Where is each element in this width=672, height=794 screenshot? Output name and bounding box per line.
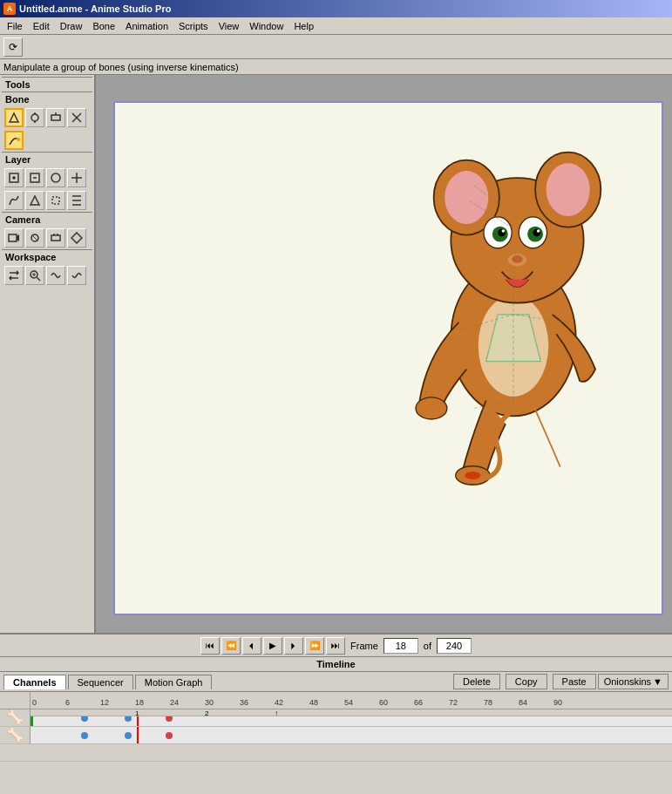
status-text: Manipulate a group of bones (using inver… <box>3 62 239 72</box>
svg-point-48 <box>537 229 540 233</box>
svg-rect-26 <box>51 235 60 241</box>
toolbar-refresh-btn[interactable]: ⟳ <box>3 37 23 57</box>
track-3-content[interactable] <box>31 744 672 761</box>
menu-help[interactable]: Help <box>288 19 319 33</box>
total-frames-input[interactable] <box>437 638 472 654</box>
svg-point-38 <box>445 171 488 224</box>
main-layout: Tools Bone Layer <box>0 75 672 633</box>
ruler-mark-78: 78 <box>484 698 492 707</box>
layer-tool-8[interactable] <box>67 191 86 210</box>
frame-label: Frame <box>350 641 378 651</box>
svg-rect-22 <box>9 234 17 241</box>
ruler-mark-90: 90 <box>553 698 562 707</box>
ruler-mark-84: 84 <box>519 698 527 707</box>
track-1-content[interactable]: 1 2 ↑ <box>31 709 672 726</box>
menu-window[interactable]: Window <box>244 19 288 33</box>
ruler-mark-0: 0 <box>32 698 37 707</box>
ruler-mark-60: 60 <box>379 698 388 707</box>
camera-tool-4[interactable] <box>67 228 86 248</box>
bone-tool-4[interactable] <box>67 108 86 127</box>
title-text: Untitled.anme - Anime Studio Pro <box>19 3 171 14</box>
layer-tool-3[interactable] <box>46 168 65 187</box>
workspace-section-title: Workspace <box>2 249 92 264</box>
track-row-3 <box>0 744 672 762</box>
layer-tool-6[interactable] <box>25 191 44 210</box>
workspace-tool-3[interactable] <box>46 266 65 285</box>
camera-tool-2[interactable] <box>25 228 44 248</box>
workspace-tool-4[interactable] <box>67 266 86 285</box>
svg-point-46 <box>533 228 540 236</box>
paste-button[interactable]: Paste <box>553 674 596 689</box>
play-btn[interactable]: ▶ <box>263 637 282 655</box>
keyframe-2-3 <box>166 732 173 739</box>
camera-tool-1[interactable] <box>4 228 24 248</box>
menu-edit[interactable]: Edit <box>28 19 55 33</box>
tab-sequencer[interactable]: Sequencer <box>68 675 133 689</box>
bone-tool-row-2 <box>2 129 92 152</box>
bottom-area: ⏮ ⏪ ⏴ ▶ ⏵ ⏩ ⏭ Frame of Timeline Channels… <box>0 633 672 794</box>
prev-frame-btn[interactable]: ⏴ <box>242 637 261 655</box>
canvas-inner <box>113 101 663 615</box>
layer-tool-4[interactable] <box>67 168 86 187</box>
timeline-tabs-bar: Channels Sequencer Motion Graph Delete C… <box>0 672 672 692</box>
next-keyframe-btn[interactable]: ⏩ <box>305 637 324 655</box>
track-2-label: 🦴 <box>0 727 31 743</box>
ruler-mark-66: 66 <box>414 698 423 707</box>
ruler-mark-24: 24 <box>170 698 179 707</box>
bone-tool-1[interactable] <box>4 108 24 127</box>
svg-point-40 <box>546 163 590 216</box>
bone-ik-tool[interactable] <box>4 131 24 150</box>
tab-motion-graph[interactable]: Motion Graph <box>135 675 213 689</box>
track-row-1: 🦴 1 2 ↑ <box>0 709 672 727</box>
layer-tool-7[interactable] <box>46 191 65 210</box>
svg-point-47 <box>502 229 506 233</box>
camera-tool-3[interactable] <box>46 228 65 248</box>
ruler-mark-54: 54 <box>344 698 353 707</box>
menu-file[interactable]: File <box>2 19 28 33</box>
of-label: of <box>424 641 431 651</box>
menu-bar: File Edit Draw Bone Animation Scripts Vi… <box>0 17 672 35</box>
layer-tool-row-1 <box>2 166 92 189</box>
track-1-label: 🦴 <box>0 709 31 726</box>
ruler-mark-30: 30 <box>205 698 214 707</box>
tab-channels[interactable]: Channels <box>3 675 66 689</box>
menu-bone[interactable]: Bone <box>87 19 120 33</box>
ruler-mark-6: 6 <box>65 698 70 707</box>
go-to-end-btn[interactable]: ⏭ <box>326 637 345 655</box>
svg-rect-4 <box>51 115 60 120</box>
canvas-area[interactable] <box>96 75 672 633</box>
layer-tool-5[interactable] <box>4 191 24 210</box>
svg-point-55 <box>465 472 480 479</box>
frame-input[interactable] <box>384 638 418 654</box>
toolbar: ⟳ <box>0 35 672 59</box>
character-illustration <box>391 112 635 486</box>
bone-tool-row-1 <box>2 106 92 129</box>
svg-rect-18 <box>52 197 59 204</box>
menu-scripts[interactable]: Scripts <box>173 19 214 33</box>
workspace-tool-2[interactable] <box>25 266 44 285</box>
svg-point-8 <box>17 138 20 141</box>
prev-keyframe-btn[interactable]: ⏪ <box>221 637 241 655</box>
svg-marker-17 <box>31 196 39 205</box>
menu-view[interactable]: View <box>214 19 245 33</box>
svg-line-31 <box>37 277 40 281</box>
ruler-mark-36: 36 <box>240 698 248 707</box>
onionskins-dropdown-icon: ▼ <box>653 676 662 687</box>
bone-tool-2[interactable] <box>25 108 44 127</box>
copy-button[interactable]: Copy <box>506 674 547 689</box>
track-2-content[interactable] <box>31 727 672 743</box>
menu-draw[interactable]: Draw <box>55 19 88 33</box>
layer-tool-2[interactable] <box>25 168 44 187</box>
delete-button[interactable]: Delete <box>453 674 500 689</box>
svg-marker-0 <box>10 113 18 122</box>
next-frame-btn[interactable]: ⏵ <box>284 637 303 655</box>
bone-tool-3[interactable] <box>46 108 65 127</box>
layer-tool-1[interactable] <box>4 168 24 187</box>
ruler-mark-12: 12 <box>100 698 109 707</box>
onionskins-button[interactable]: Onionskins ▼ <box>598 674 669 689</box>
workspace-tool-1[interactable] <box>4 266 24 285</box>
svg-point-1 <box>31 114 38 121</box>
menu-animation[interactable]: Animation <box>120 19 173 33</box>
go-to-start-btn[interactable]: ⏮ <box>200 637 220 655</box>
camera-section-title: Camera <box>2 212 92 227</box>
